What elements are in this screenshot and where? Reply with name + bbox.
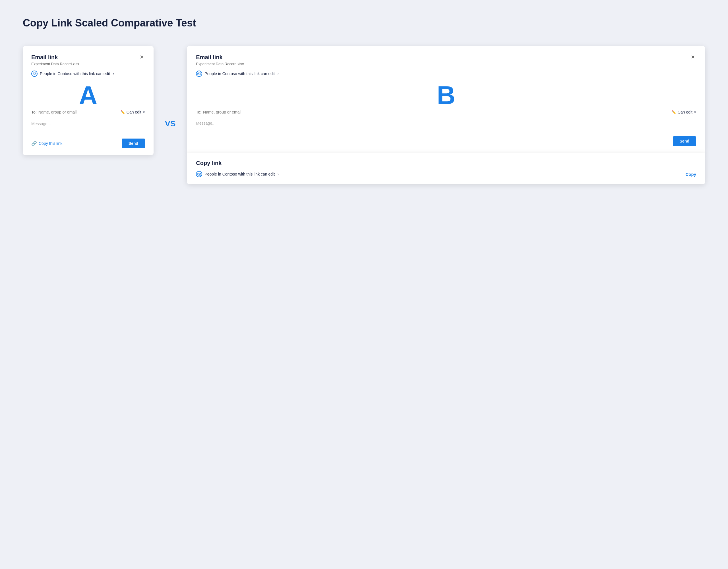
card-b-pencil-icon: ✏️ bbox=[672, 110, 676, 114]
card-a-file-name: Experiment Data Record.xlsx bbox=[31, 62, 145, 66]
card-b-email-section: Email link ✕ Experiment Data Record.xlsx… bbox=[187, 46, 705, 153]
card-b-title: Email link bbox=[196, 54, 222, 61]
card-a-to-input[interactable] bbox=[38, 110, 121, 114]
comparison-area: Email link ✕ Experiment Data Record.xlsx… bbox=[23, 46, 705, 184]
card-a-chevron-right: › bbox=[113, 72, 114, 76]
card-b-to-label: To: bbox=[196, 110, 201, 114]
card-a-permissions-text: People in Contoso with this link can edi… bbox=[40, 71, 110, 76]
card-b-file-name: Experiment Data Record.xlsx bbox=[196, 62, 696, 66]
card-b-badge: B bbox=[196, 82, 696, 108]
card-a-to-row: To: ✏️ Can edit ∨ bbox=[31, 110, 145, 117]
page-title: Copy Link Scaled Comparative Test bbox=[23, 17, 705, 29]
card-b-permissions-icon bbox=[196, 71, 202, 77]
card-a-pencil-icon: ✏️ bbox=[121, 110, 125, 114]
card-b-chevron-down: ∨ bbox=[694, 110, 696, 114]
card-b-header: Email link ✕ bbox=[196, 54, 696, 61]
card-b-message-area[interactable]: Message... bbox=[196, 121, 696, 132]
card-b-copy-permissions-text: People in Contoso with this link can edi… bbox=[204, 172, 275, 176]
card-a-can-edit-button[interactable]: ✏️ Can edit ∨ bbox=[121, 110, 145, 114]
card-b-permissions-text: People in Contoso with this link can edi… bbox=[204, 71, 275, 76]
card-a-permissions-icon bbox=[31, 71, 38, 77]
card-a-message-area[interactable]: Message... bbox=[31, 121, 145, 133]
card-b-email-footer: Send bbox=[196, 136, 696, 146]
card-a-title: Email link bbox=[31, 54, 58, 61]
card-b-close-button[interactable]: ✕ bbox=[690, 54, 696, 60]
card-b-copy-button[interactable]: Copy bbox=[686, 172, 696, 177]
card-b-copy-row: People in Contoso with this link can edi… bbox=[196, 171, 696, 177]
card-b-copy-permissions-row[interactable]: People in Contoso with this link can edi… bbox=[196, 171, 279, 177]
card-a-close-button[interactable]: ✕ bbox=[138, 54, 145, 60]
card-b-to-input[interactable] bbox=[203, 110, 672, 114]
card-b-permissions-row[interactable]: People in Contoso with this link can edi… bbox=[196, 71, 696, 77]
card-a-chevron-down: ∨ bbox=[143, 110, 145, 114]
card-a-can-edit-label: Can edit bbox=[127, 110, 141, 114]
card-b-chevron-right: › bbox=[278, 72, 279, 76]
card-a-copy-link-label: Copy this link bbox=[39, 141, 62, 146]
card-a: Email link ✕ Experiment Data Record.xlsx… bbox=[23, 46, 154, 155]
card-b-copy-permissions-icon bbox=[196, 171, 202, 177]
card-b-copy-section: Copy link People in Contoso with this li… bbox=[187, 153, 705, 184]
card-b-wrapper: Email link ✕ Experiment Data Record.xlsx… bbox=[187, 46, 705, 184]
card-b-copy-title: Copy link bbox=[196, 160, 696, 166]
card-b-to-row: To: ✏️ Can edit ∨ bbox=[196, 110, 696, 117]
card-b-can-edit-button[interactable]: ✏️ Can edit ∨ bbox=[672, 110, 696, 114]
card-a-copy-link-icon: 🔗 bbox=[31, 141, 37, 146]
card-b-can-edit-label: Can edit bbox=[678, 110, 692, 114]
card-a-copy-link-button[interactable]: 🔗 Copy this link bbox=[31, 141, 62, 146]
card-a-to-label: To: bbox=[31, 110, 37, 114]
vs-label: VS bbox=[165, 119, 175, 128]
card-a-send-button[interactable]: Send bbox=[122, 138, 145, 148]
card-a-permissions-row[interactable]: People in Contoso with this link can edi… bbox=[31, 71, 145, 77]
card-a-badge: A bbox=[31, 82, 145, 108]
card-b-copy-chevron-right: › bbox=[278, 172, 279, 176]
card-a-footer: 🔗 Copy this link Send bbox=[31, 138, 145, 148]
card-b-send-button[interactable]: Send bbox=[673, 136, 696, 146]
card-a-header: Email link ✕ bbox=[31, 54, 145, 61]
